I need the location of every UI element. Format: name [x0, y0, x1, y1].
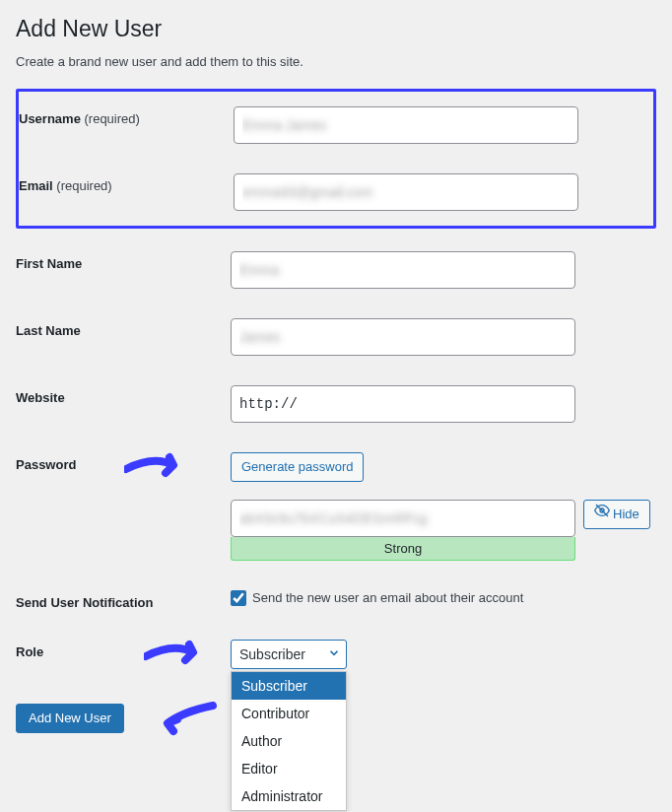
website-input[interactable]: [231, 385, 575, 423]
password-strength-meter: Strong: [231, 537, 575, 561]
email-input[interactable]: [234, 173, 578, 211]
role-select[interactable]: Subscriber: [231, 640, 347, 669]
role-option-author[interactable]: Author: [232, 727, 346, 755]
notification-checkbox-label[interactable]: Send the new user an email about their a…: [231, 590, 656, 606]
role-label: Role: [16, 640, 231, 659]
eye-slash-icon: [594, 501, 610, 528]
notification-text: Send the new user an email about their a…: [252, 590, 523, 605]
add-new-user-button[interactable]: Add New User: [16, 704, 124, 733]
arrow-annotation-icon: [154, 702, 223, 744]
hide-password-button[interactable]: Hide: [583, 500, 650, 529]
role-option-administrator[interactable]: Administrator: [232, 782, 346, 810]
page-title: Add New User: [16, 16, 656, 42]
role-option-editor[interactable]: Editor: [232, 755, 346, 782]
arrow-annotation-icon: [124, 449, 193, 485]
first-name-input[interactable]: [231, 251, 575, 289]
role-option-contributor[interactable]: Contributor: [232, 700, 346, 727]
email-label: Email (required): [19, 173, 234, 193]
password-label: Password: [16, 452, 231, 472]
first-name-label: First Name: [16, 251, 231, 271]
arrow-annotation-icon: [144, 637, 213, 672]
role-dropdown: Subscriber Contributor Author Editor Adm…: [231, 671, 347, 811]
generate-password-button[interactable]: Generate password: [231, 452, 364, 482]
page-subtitle: Create a brand new user and add them to …: [16, 54, 656, 69]
website-label: Website: [16, 385, 231, 405]
last-name-label: Last Name: [16, 318, 231, 338]
username-input[interactable]: [234, 106, 578, 144]
required-fields-highlight: Username (required) Email (required): [16, 89, 656, 229]
username-label: Username (required): [19, 106, 234, 126]
notification-label: Send User Notification: [16, 590, 231, 610]
last-name-input[interactable]: [231, 318, 575, 356]
notification-checkbox[interactable]: [231, 590, 246, 606]
role-option-subscriber[interactable]: Subscriber: [232, 672, 346, 700]
password-input[interactable]: [231, 500, 575, 537]
